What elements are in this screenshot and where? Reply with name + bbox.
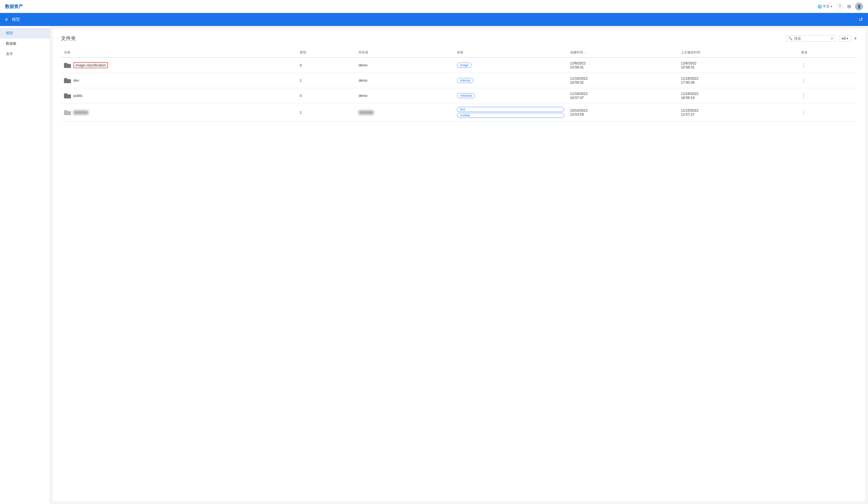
menu-button[interactable]: ≡: [5, 17, 8, 22]
table-row[interactable]: dev 1 demo internal 11/18/2022 16:59:32 …: [61, 73, 857, 88]
col-tags: 标签: [454, 48, 567, 57]
folder-icon: [64, 93, 71, 98]
col-more: 更多: [798, 48, 857, 57]
cell-updated: 11/15/2022 12:57:27: [678, 103, 798, 122]
chevron-down-icon: ▾: [847, 37, 848, 40]
cell-tags: image: [454, 57, 567, 73]
sub-header: ≡ 模型 ↺: [0, 13, 868, 26]
cell-more: ⋮: [798, 73, 857, 88]
cell-owner: demo: [355, 57, 454, 73]
refresh-button[interactable]: ↺: [859, 17, 863, 22]
cell-model: 1: [297, 103, 356, 122]
avatar-button[interactable]: 👤: [855, 2, 863, 10]
data-table: 名称 模型 所有者 标签 创建时间 ↓ 上次修改时间 更多: [61, 48, 857, 122]
more-button[interactable]: ⋮: [801, 78, 806, 83]
cell-model: 0: [297, 57, 356, 73]
table-row[interactable]: public 0 demo released 11/18/2022 16:57:…: [61, 88, 857, 103]
folder-name: dev: [73, 78, 79, 82]
cell-name: image-classification: [61, 57, 297, 73]
sidebar-item-dataset[interactable]: 数据集: [0, 39, 50, 49]
folder-actions: 🔍 ✕ All ▾ +: [786, 35, 857, 42]
tag-badge: image: [457, 63, 472, 68]
cell-tags: test modely: [454, 103, 567, 122]
sub-header-left: ≡ 模型: [5, 17, 20, 22]
apps-button[interactable]: ⊞: [847, 4, 851, 9]
add-button[interactable]: +: [854, 35, 857, 42]
sub-header-title: 模型: [12, 17, 20, 22]
cell-more: ⋮: [798, 103, 857, 122]
layout: 模型 数据集 关于 文件夹 🔍 ✕ All ▾ +: [0, 26, 868, 504]
cell-model: 0: [297, 88, 356, 103]
more-button[interactable]: ⋮: [801, 62, 806, 68]
cell-created: 11/18/2022 16:59:32: [567, 73, 678, 88]
table-header-row: 名称 模型 所有者 标签 创建时间 ↓ 上次修改时间 更多: [61, 48, 857, 57]
cell-more: ⋮: [798, 88, 857, 103]
cell-more: ⋮: [798, 57, 857, 73]
tag-badge: test: [457, 107, 564, 112]
folder-name: ██████: [73, 111, 89, 114]
folder-name: image-classification: [73, 62, 108, 68]
cell-tags: internal: [454, 73, 567, 88]
cell-name: ██████: [61, 103, 297, 122]
filter-dropdown[interactable]: All ▾: [839, 35, 851, 42]
clear-icon[interactable]: ✕: [830, 36, 834, 41]
top-nav-actions: 🌐 中文 ▾ ? ⊞ 👤: [817, 2, 863, 10]
folder-icon: [64, 78, 71, 83]
cell-owner: ██████: [355, 103, 454, 122]
tag-badge: internal: [457, 78, 473, 83]
more-button[interactable]: ⋮: [801, 93, 806, 98]
more-button[interactable]: ⋮: [801, 109, 806, 115]
cell-tags: released: [454, 88, 567, 103]
cell-name: dev: [61, 73, 297, 88]
cell-name: public: [61, 88, 297, 103]
cell-model: 1: [297, 73, 356, 88]
top-nav: 数据资产 🌐 中文 ▾ ? ⊞ 👤: [0, 0, 868, 13]
cell-updated: 11/18/2022 17:00:39: [678, 73, 798, 88]
tag-badge: released: [457, 93, 475, 98]
cell-created: 12/6/2022 10:58:31: [567, 57, 678, 73]
col-created[interactable]: 创建时间 ↓: [567, 48, 678, 57]
grid-icon: ⊞: [847, 4, 851, 9]
cell-owner: demo: [355, 73, 454, 88]
col-name: 名称: [61, 48, 297, 57]
search-icon: 🔍: [788, 36, 793, 41]
cell-created: 11/18/2022 16:57:47: [567, 88, 678, 103]
folder-icon: [64, 62, 71, 68]
user-icon: 👤: [857, 4, 861, 9]
question-icon: ?: [839, 4, 841, 9]
cell-updated: 11/18/2022 16:59:10: [678, 88, 798, 103]
lang-button[interactable]: 🌐 中文 ▾: [817, 4, 832, 9]
main-content: 文件夹 🔍 ✕ All ▾ + 名称 模型 所有者: [53, 29, 865, 501]
folder-name: public: [73, 94, 83, 98]
translate-icon: 🌐: [817, 4, 822, 9]
folder-icon: [64, 109, 71, 115]
chevron-down-icon: ▾: [831, 5, 832, 8]
cell-created: 10/14/2022 10:53:59: [567, 103, 678, 122]
col-updated: 上次修改时间: [678, 48, 798, 57]
search-bar: 🔍 ✕: [786, 35, 836, 42]
folder-title: 文件夹: [61, 35, 76, 42]
owner-blurred: ██████: [359, 111, 373, 114]
cell-owner: demo: [355, 88, 454, 103]
col-model: 模型: [297, 48, 356, 57]
table-row[interactable]: image-classification 0 demo image 12/6/2…: [61, 57, 857, 73]
sidebar: 模型 数据集 关于: [0, 26, 50, 504]
cell-updated: 12/6/2022 10:58:31: [678, 57, 798, 73]
tag-badge: modely: [457, 113, 564, 118]
table-row[interactable]: ██████ 1 ██████ test modely 10/14/2022 1…: [61, 103, 857, 122]
help-button[interactable]: ?: [836, 3, 843, 10]
sidebar-item-about[interactable]: 关于: [0, 49, 50, 60]
sort-icon: ↓: [585, 51, 586, 54]
sidebar-item-model[interactable]: 模型: [0, 28, 50, 39]
app-title: 数据资产: [5, 3, 23, 10]
search-input[interactable]: [794, 36, 829, 41]
folder-header: 文件夹 🔍 ✕ All ▾ +: [61, 35, 857, 42]
col-owner: 所有者: [355, 48, 454, 57]
